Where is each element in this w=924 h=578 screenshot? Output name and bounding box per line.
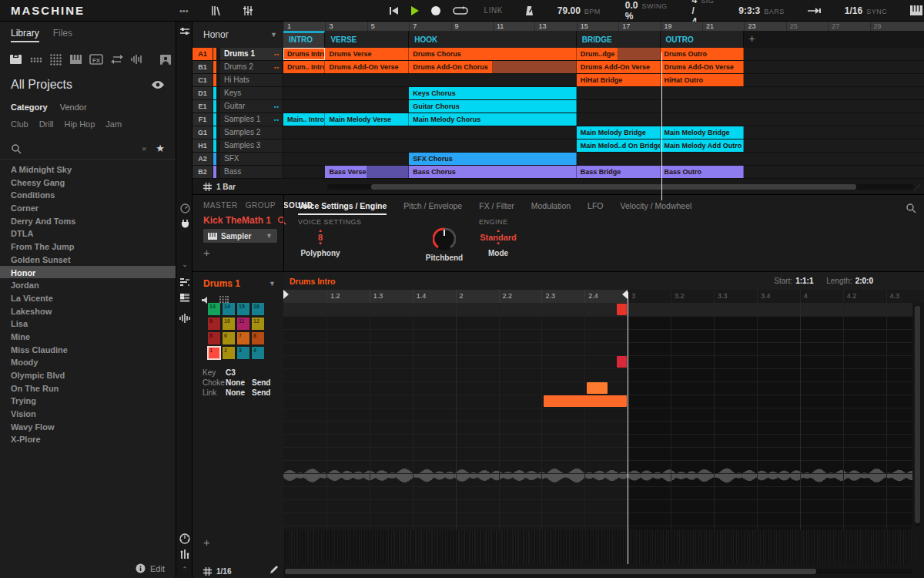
info-icon[interactable] bbox=[136, 563, 146, 573]
arranger-lane[interactable]: Main Melod..d On Bridge 1Main Melody Add… bbox=[283, 139, 924, 152]
skip-back-button[interactable] bbox=[383, 0, 405, 22]
plugin-slot[interactable]: Sampler ▼ bbox=[203, 229, 277, 243]
clip[interactable] bbox=[367, 166, 409, 178]
clip[interactable]: Drums Verse bbox=[325, 48, 409, 60]
clip[interactable] bbox=[493, 61, 577, 73]
project-item[interactable]: Corner bbox=[0, 201, 176, 214]
pad-9[interactable]: 9 bbox=[208, 318, 220, 330]
group-name[interactable]: Keys bbox=[220, 87, 282, 99]
mode-param[interactable]: ▲ Standard ▼ Mode bbox=[471, 229, 525, 257]
group-name[interactable]: Bass bbox=[220, 166, 282, 178]
arranger-lane[interactable]: Drum.. IntroDrums Add-On VerseDrums Add-… bbox=[283, 61, 924, 73]
loop-start-marker[interactable] bbox=[283, 290, 289, 299]
plugin-tab[interactable]: Pitch / Envelope bbox=[403, 201, 462, 215]
choke-send[interactable]: Send bbox=[252, 378, 270, 387]
loops-icon[interactable] bbox=[110, 54, 124, 65]
group-slot-button[interactable]: B2 bbox=[192, 166, 213, 178]
group-slot-button[interactable]: A1 bbox=[192, 48, 213, 60]
clip[interactable]: SFX Chorus bbox=[409, 153, 577, 165]
group-slot-button[interactable]: G1 bbox=[192, 126, 213, 139]
clip[interactable]: Main.. Intro bbox=[283, 113, 325, 126]
pad-11[interactable]: 11 bbox=[237, 318, 249, 330]
project-item[interactable]: Vision bbox=[0, 407, 176, 420]
add-pattern-lane-button[interactable]: + bbox=[203, 536, 210, 549]
loop-end-marker[interactable] bbox=[622, 290, 628, 299]
arranger-lane[interactable]: SFX Chorus bbox=[283, 153, 924, 165]
midi-note[interactable] bbox=[617, 356, 627, 368]
velocity-lane-icon[interactable] bbox=[176, 549, 193, 560]
clip[interactable]: Bass Outro bbox=[661, 166, 745, 178]
position-display[interactable]: 9:3:3BARS bbox=[731, 5, 792, 16]
project-item[interactable]: A Midnight Sky bbox=[0, 163, 176, 176]
plugin-tab[interactable]: FX / Filter bbox=[479, 201, 514, 215]
project-item[interactable]: Mine bbox=[0, 330, 176, 343]
arrange-grid-setting[interactable]: 1 Bar bbox=[203, 183, 236, 191]
clip[interactable]: Keys Chorus bbox=[409, 87, 577, 99]
group-name[interactable]: Samples 1 bbox=[220, 113, 282, 126]
control-collapse-chevron-icon[interactable]: ⌄ bbox=[176, 260, 193, 268]
pad-15[interactable]: 15 bbox=[237, 303, 249, 315]
pad-12[interactable]: 12 bbox=[252, 318, 264, 330]
metronome-icon[interactable] bbox=[518, 0, 541, 22]
pianoroll-view-icon[interactable] bbox=[176, 293, 193, 303]
piano-roll[interactable] bbox=[283, 303, 912, 529]
midi-knob-icon[interactable] bbox=[176, 533, 193, 544]
group-slot-button[interactable]: E1 bbox=[192, 100, 213, 113]
tab-files[interactable]: Files bbox=[53, 28, 72, 42]
clip[interactable]: Drums Outro bbox=[661, 48, 745, 60]
group-name[interactable]: Hi Hats bbox=[220, 74, 282, 86]
pad-7[interactable]: 7 bbox=[237, 332, 249, 344]
pad-3[interactable]: 3 bbox=[237, 347, 249, 359]
tag-hip-hop[interactable]: Hip Hop bbox=[65, 119, 95, 129]
clip[interactable]: Drum.. Intro bbox=[283, 61, 325, 73]
pad-5[interactable]: 5 bbox=[208, 332, 220, 344]
project-item[interactable]: Wavy Flow bbox=[0, 420, 176, 433]
section-hook[interactable]: HOOK bbox=[409, 31, 577, 48]
clip[interactable]: Main Melod..d On Bridge 1 bbox=[577, 139, 661, 152]
clip[interactable]: Main Melody Bridge bbox=[577, 126, 661, 139]
clip[interactable]: Drums Add-On Verse bbox=[577, 61, 661, 73]
sounds-icon[interactable] bbox=[49, 53, 62, 66]
project-item[interactable]: From The Jump bbox=[0, 240, 176, 253]
group-slot-button[interactable]: D1 bbox=[192, 87, 213, 99]
section-outro[interactable]: OUTRO bbox=[661, 31, 745, 48]
choke-value[interactable]: None bbox=[226, 378, 252, 387]
tag-club[interactable]: Club bbox=[11, 119, 28, 129]
projects-icon[interactable] bbox=[9, 53, 22, 66]
group-slot-button[interactable]: H1 bbox=[192, 139, 213, 152]
play-button[interactable] bbox=[405, 0, 425, 22]
arranger-lane[interactable]: HiHat BridgeHiHat Outro bbox=[283, 74, 924, 86]
clip[interactable]: HiHat Outro bbox=[661, 74, 745, 86]
polyphony-param[interactable]: ▲ 8 ▼ Polyphony bbox=[293, 229, 347, 257]
group-slot-button[interactable]: C1 bbox=[192, 74, 213, 86]
group-name[interactable]: Drums 2 bbox=[220, 61, 282, 73]
plugin-search-icon[interactable] bbox=[906, 203, 916, 213]
pad-2[interactable]: 2 bbox=[223, 347, 235, 359]
arranger-settings-icon[interactable] bbox=[176, 26, 193, 37]
project-item[interactable]: X-Plore bbox=[0, 432, 176, 445]
sampler-view-icon[interactable] bbox=[176, 313, 193, 324]
clip[interactable]: Drums Add-On Verse bbox=[661, 61, 745, 73]
arranger-lane[interactable]: Main Melody BridgeMain Melody Bridge bbox=[283, 126, 924, 139]
search-clear-icon[interactable]: × bbox=[142, 144, 146, 153]
project-item[interactable]: Lakeshow bbox=[0, 304, 176, 318]
record-button[interactable] bbox=[425, 0, 447, 22]
pattern-expand-chevron-icon[interactable]: ⌃ bbox=[176, 566, 193, 573]
project-item[interactable]: Lisa bbox=[0, 317, 176, 330]
link-send[interactable]: Send bbox=[252, 388, 270, 397]
pad-10[interactable]: 10 bbox=[223, 318, 235, 330]
mixer-toggle-icon[interactable] bbox=[236, 0, 259, 22]
group-slot-button[interactable]: F1 bbox=[192, 113, 213, 126]
swing-display[interactable]: 0.0 %SWING bbox=[618, 0, 675, 22]
project-item[interactable]: Golden Sunset bbox=[0, 253, 176, 266]
quantize-display[interactable]: 1/16SYNC bbox=[837, 5, 895, 16]
level-tab-master[interactable]: MASTER bbox=[203, 201, 238, 210]
clip[interactable]: Main Melody Bridge bbox=[661, 126, 745, 139]
events-view-icon[interactable] bbox=[176, 277, 193, 287]
project-item[interactable]: Derry And Toms bbox=[0, 214, 176, 227]
pad-16[interactable]: 16 bbox=[252, 303, 264, 315]
group-slot-button[interactable]: B1 bbox=[192, 61, 213, 73]
instruments-icon[interactable] bbox=[69, 53, 82, 66]
plugin-plug-icon[interactable] bbox=[176, 219, 193, 229]
pattern-hscrollbar[interactable] bbox=[283, 569, 912, 574]
